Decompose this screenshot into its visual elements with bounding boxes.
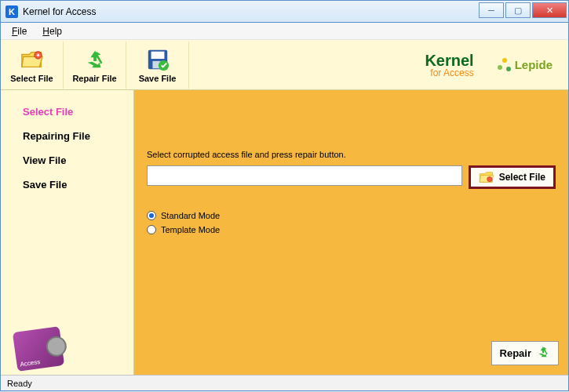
close-button[interactable]: ✕ [532, 2, 567, 18]
status-text: Ready [7, 379, 32, 388]
repair-button[interactable]: Repair [491, 341, 559, 365]
kernel-logo-line2: for Access [425, 68, 473, 78]
sidebar-item-save-file[interactable]: Save File [23, 179, 118, 191]
toolbar-repair-file[interactable]: Repair File [64, 42, 126, 89]
mode-radio-group: Standard Mode Template Mode [147, 211, 556, 234]
sidebar-illustration [1, 312, 133, 375]
folder-open-icon [20, 47, 45, 72]
nav-list: Select File Repairing File View File Sav… [1, 90, 133, 191]
brand-area: Kernel for Access Lepide [189, 53, 568, 78]
folder-search-icon [479, 169, 494, 185]
svg-point-5 [487, 176, 491, 181]
radio-template-label: Template Mode [161, 225, 220, 234]
radio-template-mode[interactable]: Template Mode [147, 225, 556, 234]
toolbar-save-file[interactable]: Save File [126, 42, 189, 89]
app-icon: K [5, 5, 18, 18]
svg-rect-2 [151, 51, 164, 58]
save-disk-icon [145, 47, 170, 72]
kernel-logo: Kernel for Access [425, 53, 473, 78]
radio-icon [147, 211, 156, 220]
repair-button-label: Repair [500, 347, 531, 359]
radio-icon [147, 225, 156, 234]
toolbar: Select File Repair File Save File Kernel… [1, 40, 568, 90]
menu-bar: File Help [1, 23, 568, 40]
file-path-input[interactable] [147, 165, 462, 186]
status-bar: Ready [1, 375, 568, 390]
instruction-text: Select corrupted access file and press r… [147, 150, 556, 159]
window-controls: ─ ▢ ✕ [479, 2, 567, 18]
main-panel: Select corrupted access file and press r… [134, 90, 568, 375]
sidebar: Select File Repairing File View File Sav… [1, 90, 134, 375]
lepide-logo-text: Lepide [515, 58, 553, 71]
toolbar-select-file[interactable]: Select File [1, 42, 64, 89]
toolbar-repair-file-label: Repair File [72, 74, 116, 83]
lepide-dots-icon [498, 58, 512, 72]
menu-help[interactable]: Help [36, 24, 68, 38]
toolbar-select-file-label: Select File [10, 74, 53, 83]
lepide-logo: Lepide [498, 58, 553, 72]
content-area: Select File Repairing File View File Sav… [1, 90, 568, 375]
file-select-row: Select File [147, 165, 556, 189]
select-file-button-label: Select File [499, 172, 545, 183]
menu-file[interactable]: File [5, 24, 33, 38]
title-bar: K Kernel for Access ─ ▢ ✕ [0, 0, 569, 22]
sidebar-item-view-file[interactable]: View File [23, 154, 118, 166]
maximize-button[interactable]: ▢ [505, 2, 531, 18]
select-file-button[interactable]: Select File [469, 165, 556, 189]
access-db-icon [13, 326, 64, 372]
minimize-button[interactable]: ─ [479, 2, 504, 18]
window-title: Kernel for Access [23, 6, 96, 17]
radio-standard-label: Standard Mode [161, 211, 220, 220]
sidebar-item-repairing-file[interactable]: Repairing File [23, 130, 118, 142]
recycle-icon [82, 47, 108, 72]
recycle-icon [536, 345, 550, 361]
radio-standard-mode[interactable]: Standard Mode [147, 211, 556, 220]
sidebar-item-select-file[interactable]: Select File [23, 106, 118, 118]
kernel-logo-line1: Kernel [425, 53, 473, 68]
toolbar-save-file-label: Save File [139, 74, 177, 83]
